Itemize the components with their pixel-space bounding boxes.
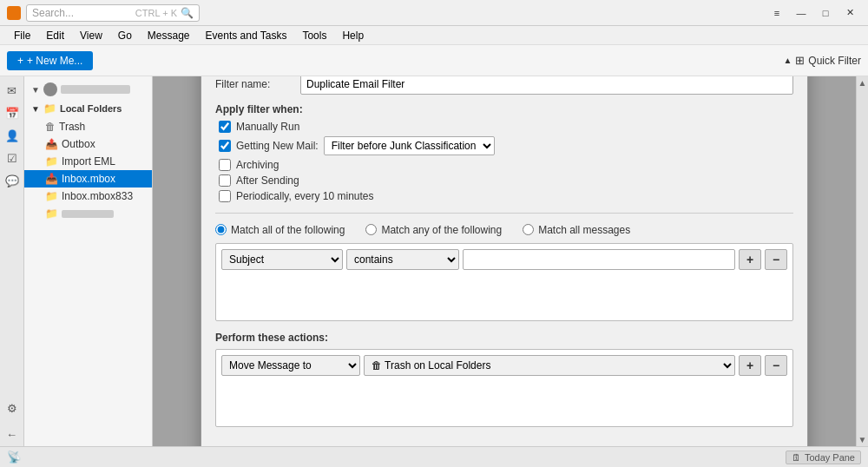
folder-collapse-icon: ▼	[31, 104, 40, 114]
local-folders-label: Local Folders	[60, 103, 122, 114]
folder-import-eml[interactable]: 📁 Import EML	[24, 153, 152, 170]
search-bar[interactable]: Search... CTRL + K 🔍	[26, 4, 200, 22]
quick-filter-area: ▲ ⊞ Quick Filter	[783, 54, 861, 67]
manually-run-label: Manually Run	[236, 121, 299, 133]
calendar-small-icon: 🗓	[792, 452, 801, 463]
rail-calendar-icon[interactable]: 📅	[3, 104, 21, 122]
folder-inbox-mbox[interactable]: 📥 Inbox.mbox	[24, 170, 152, 187]
match-all-radio[interactable]	[215, 224, 227, 235]
manually-run-checkbox[interactable]	[219, 121, 231, 133]
archiving-row: Archiving	[215, 159, 793, 171]
minimize-btn[interactable]: —	[790, 4, 812, 22]
folder-import-eml-label: Import EML	[62, 155, 115, 168]
folder-trash-label: Trash	[59, 121, 85, 133]
maximize-btn[interactable]: □	[814, 4, 837, 22]
getting-new-mail-checkbox[interactable]	[219, 140, 231, 152]
title-bar: Search... CTRL + K 🔍 ≡ — □ ✕	[0, 0, 868, 26]
section-divider-1	[215, 213, 793, 214]
account-expand-icon[interactable]: ▼	[31, 85, 40, 95]
match-radios: Match all of the following Match any of …	[215, 224, 793, 236]
condition-value-input[interactable]	[463, 249, 735, 270]
manually-run-row: Manually Run	[215, 121, 793, 133]
quick-filter-label: Quick Filter	[808, 55, 861, 67]
rail-mail-icon[interactable]: ✉	[3, 82, 21, 99]
periodically-checkbox[interactable]	[219, 190, 231, 202]
archiving-checkbox[interactable]	[219, 159, 231, 171]
add-action-button[interactable]: +	[739, 355, 761, 376]
close-btn[interactable]: ✕	[838, 4, 861, 22]
periodically-label: Periodically, every 10 minutes	[236, 190, 374, 202]
filter-name-input[interactable]	[300, 76, 793, 95]
scroll-up-icon[interactable]: ▲	[857, 76, 868, 89]
menu-events[interactable]: Events and Tasks	[199, 28, 294, 43]
app-window: Search... CTRL + K 🔍 ≡ — □ ✕ File Edit V…	[0, 0, 868, 467]
folder-outbox[interactable]: 📤 Outbox	[24, 135, 152, 153]
main-area: ✉ 📅 👤 ☑ 💬 ⚙ ← ▼ ▼ 📁 Local Folders	[0, 76, 868, 446]
after-sending-row: After Sending	[215, 174, 793, 187]
subject-select[interactable]: Subject From To Date Body	[221, 249, 343, 270]
menu-edit[interactable]: Edit	[39, 28, 71, 43]
outbox-icon: 📤	[45, 138, 58, 150]
junk-classification-select[interactable]: Filter before Junk Classification	[324, 136, 495, 155]
remove-condition-button[interactable]: −	[765, 249, 787, 270]
menu-go[interactable]: Go	[111, 28, 139, 43]
new-msg-label: + New Me...	[27, 55, 82, 67]
modal-body: Filter name: Apply filter when: Manually…	[201, 76, 807, 446]
match-all-messages-option[interactable]: Match all messages	[523, 224, 630, 236]
chevron-up-icon: ▲	[783, 56, 792, 65]
folder-extra[interactable]: 📁	[24, 205, 152, 222]
filter-rules-modal: Filter Rules ✕ Filter name: Apply filter…	[201, 76, 808, 446]
icon-rail: ✉ 📅 👤 ☑ 💬 ⚙ ←	[0, 76, 24, 446]
local-folders-icon: 📁	[43, 102, 56, 115]
menu-tools[interactable]: Tools	[295, 28, 333, 43]
match-any-radio[interactable]	[365, 224, 377, 235]
inbox-mbox-icon: 📥	[45, 173, 58, 185]
menu-view[interactable]: View	[73, 28, 109, 43]
new-message-button[interactable]: + + New Me...	[7, 51, 93, 70]
folder-trash[interactable]: 🗑 Trash	[24, 118, 152, 135]
window-controls: ≡ — □ ✕	[766, 4, 861, 22]
after-sending-checkbox[interactable]	[219, 174, 231, 187]
remove-action-button[interactable]: −	[765, 355, 787, 376]
bottom-bar: 📡 🗓 Today Pane	[0, 446, 868, 467]
folder-inbox-mbox833-label: Inbox.mbox833	[62, 190, 133, 202]
local-folders-header[interactable]: ▼ 📁 Local Folders	[24, 99, 152, 118]
rail-contacts-icon[interactable]: 👤	[3, 127, 21, 144]
rail-tasks-icon[interactable]: ☑	[3, 149, 21, 167]
account-avatar	[43, 82, 57, 96]
antenna-icon: 📡	[7, 451, 21, 464]
action-target-select[interactable]: 🗑 Trash on Local Folders Inbox on Local …	[364, 355, 735, 376]
search-text: Search...	[32, 7, 74, 19]
after-sending-label: After Sending	[236, 174, 299, 187]
today-pane-button[interactable]: 🗓 Today Pane	[786, 451, 861, 464]
menu-help[interactable]: Help	[335, 28, 371, 43]
menu-file[interactable]: File	[7, 28, 37, 43]
action-type-select[interactable]: Move Message to Copy Message to Delete M…	[221, 355, 360, 376]
search-shortcut: CTRL + K	[135, 8, 177, 18]
archiving-label: Archiving	[236, 159, 279, 171]
hamburger-btn[interactable]: ≡	[766, 4, 788, 22]
add-condition-button[interactable]: +	[739, 249, 761, 270]
scroll-down-icon[interactable]: ▼	[857, 433, 868, 446]
match-all-label: Match all of the following	[231, 224, 345, 236]
rail-back-icon[interactable]: ←	[3, 425, 21, 443]
operator-select[interactable]: contains doesn't contain is isn't	[346, 249, 459, 270]
account-name	[61, 85, 130, 94]
search-icon: 🔍	[181, 7, 194, 19]
menu-message[interactable]: Message	[141, 28, 197, 43]
match-any-option[interactable]: Match any of the following	[365, 224, 502, 236]
import-eml-icon: 📁	[45, 155, 58, 168]
grid-icon: ⊞	[795, 54, 805, 67]
match-all-option[interactable]: Match all of the following	[215, 224, 345, 236]
rail-settings-icon[interactable]: ⚙	[3, 399, 21, 417]
getting-new-mail-row: Getting New Mail: Filter before Junk Cla…	[215, 136, 793, 155]
menu-bar: File Edit View Go Message Events and Tas…	[0, 26, 868, 45]
actions-area: Move Message to Copy Message to Delete M…	[215, 349, 793, 427]
folder-extra-label	[62, 210, 114, 218]
app-icon	[7, 6, 21, 20]
new-msg-plus: +	[17, 55, 23, 67]
folder-inbox-mbox833[interactable]: 📁 Inbox.mbox833	[24, 187, 152, 205]
match-all-messages-radio[interactable]	[523, 224, 534, 235]
rail-chat-icon[interactable]: 💬	[3, 172, 21, 189]
right-scroll-panel: ▲ ▼	[856, 76, 868, 446]
